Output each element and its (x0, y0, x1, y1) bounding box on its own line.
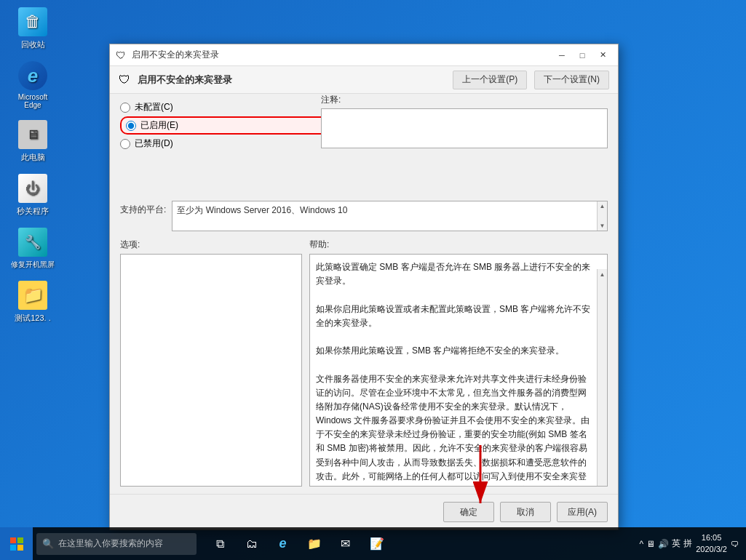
recycle-bin-icon[interactable]: 🗑 回收站 (7, 7, 58, 50)
repair-label: 修复开机黑屏 (11, 260, 55, 270)
edge-icon-desktop[interactable]: e MicrosoftEdge (7, 61, 58, 109)
scroll-down-arrow: ▼ (598, 221, 607, 231)
notification-icon[interactable]: 🗨 (731, 540, 739, 548)
taskbar-edge[interactable]: e (270, 531, 295, 556)
windows-logo-icon (10, 537, 23, 551)
dialog-title-text: 启用不安全的来宾登录 (132, 49, 552, 61)
help-scroll-up: ▲ (598, 269, 607, 281)
svg-rect-5 (17, 545, 23, 551)
explorer-icon: 🗂 (246, 537, 258, 551)
taskbar-notepad[interactable]: 📝 (364, 531, 389, 556)
repair-icon-desktop[interactable]: 🔧 修复开机黑屏 (7, 228, 58, 270)
taskbar-clock[interactable]: 16:05 2020/3/2 (696, 532, 727, 555)
clock-date: 2020/3/2 (696, 544, 727, 555)
maximize-button[interactable]: □ (573, 48, 592, 63)
radio-enabled-input[interactable] (126, 121, 136, 131)
radio-enabled-label: 已启用(E) (140, 119, 178, 132)
platform-row: 支持的平台: 至少为 Windows Server 2016、Windows 1… (120, 201, 608, 231)
help-scrollbar[interactable]: ▲ ▼ (597, 269, 607, 487)
folder-label: 测试123. . (15, 313, 51, 324)
radio-disabled-input[interactable] (120, 139, 130, 149)
cancel-button[interactable]: 取消 (500, 502, 551, 522)
dialog-title-icon: 🛡 (116, 49, 127, 61)
svg-rect-2 (10, 537, 16, 543)
taskbar: 🔍 在这里输入你要搜索的内容 ⧉ 🗂 e 📁 ✉ 📝 (0, 527, 746, 560)
volume-icon: 🔊 (658, 539, 669, 549)
mail-icon: ✉ (341, 537, 350, 551)
platform-text: 至少为 Windows Server 2016、Windows 10 (177, 205, 347, 215)
folder-taskbar-icon: 📁 (307, 537, 322, 551)
desktop: 🗑 回收站 e MicrosoftEdge 🖥 此电脑 ⏻ 秒关程序 🔧 修复开… (0, 0, 746, 560)
computer-img: 🖥 (18, 120, 47, 149)
options-col: 选项: (120, 239, 302, 487)
scroll-up-arrow: ▲ (598, 201, 607, 211)
header-policy-icon: 🛡 (119, 73, 130, 87)
edge-img: e (18, 61, 47, 90)
search-icon: 🔍 (42, 538, 54, 549)
taskbar-folder[interactable]: 📁 (301, 531, 327, 556)
shutdown-icon-desktop[interactable]: ⏻ 秒关程序 (7, 174, 58, 217)
recycle-bin-label: 回收站 (21, 39, 45, 50)
dialog-titlebar: 🛡 启用不安全的来宾登录 ─ □ ✕ (110, 44, 618, 66)
radio-unconfigured-input[interactable] (120, 103, 130, 113)
dialog-header-bar: 🛡 启用不安全的来宾登录 上一个设置(P) 下一个设置(N) (110, 66, 618, 94)
help-text: 此策略设置确定 SMB 客户端是否允许在 SMB 服务器上进行不安全的来宾登录。… (310, 255, 597, 486)
chevron-up-icon[interactable]: ^ (640, 539, 644, 549)
next-setting-button[interactable]: 下一个设置(N) (534, 71, 609, 89)
shutdown-img: ⏻ (18, 174, 47, 203)
ime-indicator: 拼 (683, 537, 692, 550)
dialog-footer: 确定 取消 应用(A) (110, 494, 618, 529)
ok-button[interactable]: 确定 (443, 502, 494, 522)
edge-label: MicrosoftEdge (18, 93, 48, 109)
two-col-section: 选项: 帮助: 此策略设置确定 SMB 客户端是否允许在 SMB 服务器上进行不… (120, 239, 608, 487)
svg-rect-4 (10, 545, 16, 551)
radio-unconfigured-label: 未配置(C) (135, 101, 173, 113)
desktop-icons: 🗑 回收站 e MicrosoftEdge 🖥 此电脑 ⏻ 秒关程序 🔧 修复开… (7, 7, 58, 324)
taskbar-mail[interactable]: ✉ (333, 531, 358, 556)
taskbar-search[interactable]: 🔍 在这里输入你要搜索的内容 (36, 533, 197, 555)
taskbar-explorer[interactable]: 🗂 (239, 531, 264, 556)
help-label: 帮助: (309, 239, 608, 251)
policy-dialog: 🛡 启用不安全的来宾登录 ─ □ ✕ 🛡 启用不安全的来宾登录 上一个设置(P)… (109, 44, 619, 530)
task-view-icon: ⧉ (216, 537, 224, 551)
note-label: 注释: (321, 94, 608, 106)
close-button[interactable]: ✕ (593, 48, 612, 63)
taskbar-tray: ^ 🖥 🔊 英 拼 16:05 2020/3/2 🗨 (640, 532, 746, 555)
platform-scrollbar[interactable]: ▲ ▼ (597, 201, 607, 231)
computer-label: 此电脑 (21, 152, 45, 163)
folder-img: 📁 (18, 281, 47, 310)
lang-indicator: 英 (672, 537, 680, 550)
note-section: 注释: (321, 94, 608, 151)
platform-label: 支持的平台: (120, 201, 166, 216)
computer-icon-desktop[interactable]: 🖥 此电脑 (7, 120, 58, 163)
options-content (120, 254, 302, 487)
clock-time: 16:05 (696, 532, 727, 543)
shutdown-label: 秒关程序 (17, 206, 49, 217)
folder-icon-desktop[interactable]: 📁 测试123. . (7, 281, 58, 324)
header-policy-title: 启用不安全的来宾登录 (138, 73, 445, 87)
recycle-bin-img: 🗑 (18, 7, 47, 36)
help-content: 此策略设置确定 SMB 客户端是否允许在 SMB 服务器上进行不安全的来宾登录。… (309, 254, 608, 487)
network-icon: 🖥 (646, 539, 655, 549)
prev-setting-button[interactable]: 上一个设置(P) (453, 71, 527, 89)
svg-rect-3 (17, 537, 23, 543)
dialog-body: 未配置(C) 已启用(E) 已禁用(D) 注释: 支持的平台: (110, 94, 618, 494)
note-textarea[interactable] (321, 108, 608, 148)
repair-img: 🔧 (18, 228, 47, 257)
help-col: 帮助: 此策略设置确定 SMB 客户端是否允许在 SMB 服务器上进行不安全的来… (309, 239, 608, 487)
platform-value: 至少为 Windows Server 2016、Windows 10 ▲ ▼ (172, 201, 608, 231)
apply-button[interactable]: 应用(A) (557, 502, 608, 522)
minimize-button[interactable]: ─ (552, 48, 571, 63)
taskbar-app-icons: ⧉ 🗂 e 📁 ✉ 📝 (207, 531, 389, 556)
search-placeholder: 在这里输入你要搜索的内容 (58, 537, 163, 550)
options-label: 选项: (120, 239, 302, 251)
start-button[interactable] (0, 527, 33, 560)
titlebar-buttons: ─ □ ✕ (552, 48, 612, 63)
edge-taskbar-icon: e (279, 536, 286, 551)
task-view-button[interactable]: ⧉ (207, 531, 233, 556)
notepad-icon: 📝 (370, 537, 384, 551)
radio-disabled-label: 已禁用(D) (135, 137, 173, 150)
system-icons: ^ 🖥 🔊 英 拼 (640, 537, 693, 550)
